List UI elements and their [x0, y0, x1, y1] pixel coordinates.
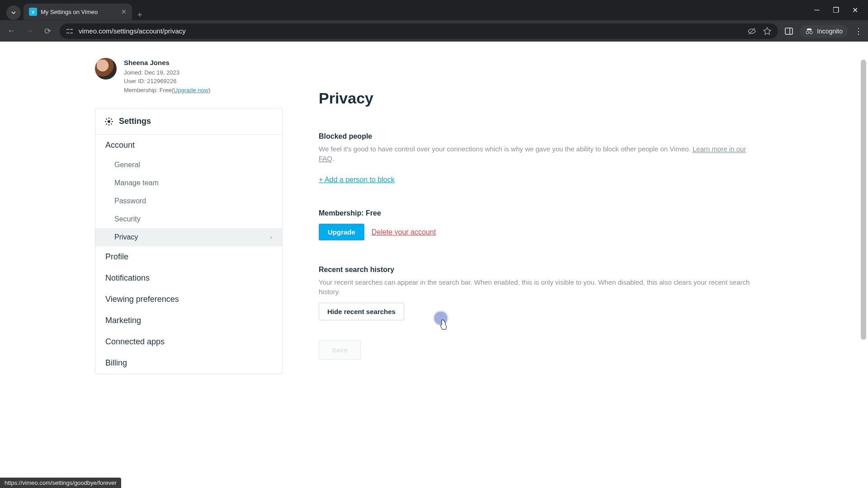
status-bar: https://vimeo.com/settings/goodbye/forev…	[0, 478, 121, 488]
favicon-icon: v	[29, 8, 37, 16]
svg-rect-0	[66, 29, 69, 30]
settings-sidebar: Settings Account General Manage team Pas…	[95, 108, 283, 374]
profile-header: Sheena Jones Joined: Dec 19, 2023 User I…	[95, 58, 283, 94]
svg-point-9	[108, 120, 110, 123]
sidebar-item-security[interactable]: Security	[95, 210, 282, 228]
userid-label: User ID:	[124, 78, 146, 84]
new-tab-button[interactable]: +	[132, 10, 148, 20]
blocked-title: Blocked people	[319, 132, 753, 141]
scrollbar[interactable]	[860, 42, 867, 488]
joined-label: Joined:	[124, 69, 143, 76]
sidebar-item-account[interactable]: Account	[95, 135, 282, 156]
sidebar-item-notifications[interactable]: Notifications	[95, 267, 282, 289]
blocked-desc: We feel it's good to have control over y…	[319, 145, 691, 153]
site-settings-icon[interactable]	[66, 28, 73, 35]
blocked-people-section: Blocked people We feel it's good to have…	[319, 132, 753, 184]
svg-rect-5	[785, 28, 793, 34]
url-text: vimeo.com/settings/account/privacy	[79, 27, 186, 35]
search-desc: Your recent searches can appear in the s…	[319, 277, 753, 296]
browser-tab[interactable]: v My Settings on Vimeo ✕	[24, 4, 132, 20]
svg-rect-1	[70, 29, 73, 30]
membership-title: Membership: Free	[319, 209, 753, 217]
reload-button[interactable]: ⟳	[42, 26, 53, 36]
tab-title: My Settings on Vimeo	[41, 9, 98, 15]
upgrade-now-link[interactable]: Upgrade now	[174, 87, 208, 94]
back-button[interactable]: ←	[5, 26, 17, 36]
close-window-button[interactable]: ✕	[851, 6, 859, 14]
sidebar-title: Settings	[119, 117, 151, 126]
chevron-down-icon	[11, 10, 16, 15]
membership-value: Free	[160, 87, 172, 94]
forward-button[interactable]: →	[24, 26, 35, 36]
browser-toolbar: ← → ⟳ vimeo.com/settings/account/privacy…	[0, 20, 868, 42]
incognito-label: Incognito	[817, 28, 843, 35]
sidebar-item-privacy[interactable]: Privacy ›	[95, 228, 282, 246]
svg-point-8	[810, 31, 812, 34]
joined-date: Dec 19, 2023	[145, 69, 179, 76]
search-title: Recent search history	[319, 266, 753, 274]
svg-rect-2	[66, 33, 69, 33]
sidebar-item-general[interactable]: General	[95, 156, 282, 174]
delete-account-link[interactable]: Delete your account	[372, 228, 436, 236]
save-button: Save	[319, 340, 361, 360]
sidebar-item-password[interactable]: Password	[95, 192, 282, 210]
svg-rect-3	[70, 33, 73, 33]
svg-point-7	[806, 31, 809, 34]
sidebar-item-connected[interactable]: Connected apps	[95, 331, 282, 352]
membership-label: Membership:	[124, 87, 158, 94]
hide-searches-button[interactable]: Hide recent searches	[319, 303, 404, 320]
upgrade-button[interactable]: Upgrade	[319, 224, 364, 240]
search-history-section: Recent search history Your recent search…	[319, 266, 753, 360]
incognito-badge[interactable]: Incognito	[800, 25, 848, 38]
bookmark-star-icon[interactable]	[763, 27, 772, 36]
page-viewport: Sheena Jones Joined: Dec 19, 2023 User I…	[0, 42, 868, 488]
browser-menu-button[interactable]: ⋮	[854, 26, 863, 36]
membership-section: Membership: Free Upgrade Delete your acc…	[319, 209, 753, 240]
chevron-right-icon: ›	[270, 234, 272, 241]
add-block-link[interactable]: + Add a person to block	[319, 176, 395, 184]
side-panel-icon[interactable]	[784, 27, 793, 36]
incognito-icon	[805, 27, 813, 35]
avatar[interactable]	[95, 58, 117, 80]
maximize-button[interactable]: ❐	[832, 6, 840, 14]
sidebar-item-billing[interactable]: Billing	[95, 352, 282, 374]
tab-close-button[interactable]: ✕	[121, 8, 127, 15]
address-bar[interactable]: vimeo.com/settings/account/privacy	[60, 23, 778, 39]
sidebar-item-manage-team[interactable]: Manage team	[95, 174, 282, 192]
sidebar-item-marketing[interactable]: Marketing	[95, 310, 282, 331]
sidebar-item-profile[interactable]: Profile	[95, 246, 282, 267]
tab-strip: v My Settings on Vimeo ✕ + ─ ❐ ✕	[0, 0, 868, 20]
gear-icon	[104, 117, 113, 126]
userid-value: 212969226	[147, 78, 176, 84]
tab-search-button[interactable]	[6, 5, 21, 20]
page-title: Privacy	[319, 89, 753, 107]
sidebar-item-label: Privacy	[114, 233, 138, 241]
eye-off-icon[interactable]	[747, 27, 756, 36]
sidebar-item-viewing[interactable]: Viewing preferences	[95, 289, 282, 310]
profile-name: Sheena Jones	[124, 58, 211, 68]
minimize-button[interactable]: ─	[813, 6, 821, 14]
